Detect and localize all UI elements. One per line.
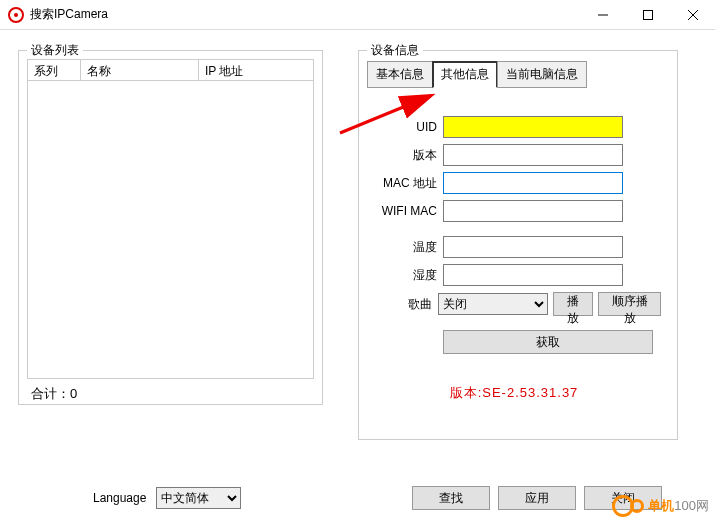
uid-input[interactable] (443, 116, 623, 138)
total-row: 合计：0 (27, 379, 314, 405)
device-info-fieldset: 设备信息 基本信息 其他信息 当前电脑信息 UID 版本 MAC 地址 (358, 50, 678, 440)
wifimac-label: WIFI MAC (367, 204, 437, 218)
total-value: 0 (70, 386, 77, 401)
device-info-legend: 设备信息 (367, 42, 423, 59)
uid-label: UID (367, 120, 437, 134)
wifimac-input[interactable] (443, 200, 623, 222)
close-button[interactable] (670, 0, 715, 29)
watermark-text: 单机100网 (648, 497, 709, 515)
tab-other[interactable]: 其他信息 (432, 61, 498, 88)
title-bar: 搜索IPCamera (0, 0, 715, 30)
language-label: Language (93, 491, 146, 505)
version-input[interactable] (443, 144, 623, 166)
mac-input[interactable] (443, 172, 623, 194)
app-icon (8, 7, 24, 23)
seqplay-button[interactable]: 顺序播放 (598, 292, 661, 316)
watermark: 单机100网 (612, 490, 709, 522)
window-title: 搜索IPCamera (30, 6, 580, 23)
table-header: 系列 名称 IP 地址 (27, 59, 314, 81)
song-label: 歌曲 (367, 296, 432, 313)
total-label: 合计： (31, 386, 70, 401)
col-ip[interactable]: IP 地址 (199, 60, 313, 80)
humid-label: 湿度 (367, 267, 437, 284)
table-body[interactable] (27, 81, 314, 379)
fetch-button[interactable]: 获取 (443, 330, 653, 354)
play-button[interactable]: 播放 (553, 292, 593, 316)
minimize-button[interactable] (580, 0, 625, 29)
temp-input[interactable] (443, 236, 623, 258)
device-list-legend: 设备列表 (27, 42, 83, 59)
language-select[interactable]: 中文简体 (156, 487, 241, 509)
tab-pc[interactable]: 当前电脑信息 (497, 61, 587, 88)
song-select[interactable]: 关闭 (438, 293, 548, 315)
temp-label: 温度 (367, 239, 437, 256)
apply-button[interactable]: 应用 (498, 486, 576, 510)
humid-input[interactable] (443, 264, 623, 286)
version-label: 版本 (367, 147, 437, 164)
version-text: 版本:SE-2.53.31.37 (367, 384, 661, 402)
col-name[interactable]: 名称 (81, 60, 199, 80)
svg-rect-1 (643, 10, 652, 19)
watermark-logo-icon (612, 490, 644, 522)
tab-basic[interactable]: 基本信息 (367, 61, 433, 88)
mac-label: MAC 地址 (367, 175, 437, 192)
maximize-button[interactable] (625, 0, 670, 29)
device-list-fieldset: 设备列表 系列 名称 IP 地址 合计：0 (18, 50, 323, 405)
col-series[interactable]: 系列 (28, 60, 81, 80)
search-button[interactable]: 查找 (412, 486, 490, 510)
